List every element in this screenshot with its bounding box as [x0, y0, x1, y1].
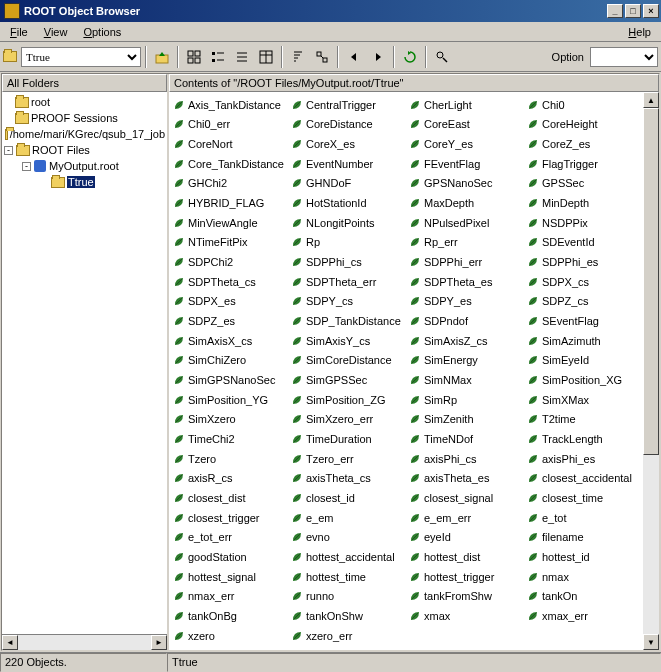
list-item[interactable]: SDPX_es	[171, 293, 289, 310]
list-item[interactable]: closest_dist	[171, 490, 289, 507]
list-item[interactable]: SDPTheta_cs	[171, 273, 289, 290]
tree-item[interactable]: root	[2, 94, 167, 110]
list-item[interactable]: SDPZ_es	[171, 312, 289, 329]
list-item[interactable]: GHNDoF	[289, 175, 407, 192]
list-item[interactable]: e_tot_err	[171, 529, 289, 546]
back-button[interactable]	[343, 46, 365, 68]
list-item[interactable]: SimAxisX_cs	[171, 332, 289, 349]
list-item[interactable]: CoreNort	[171, 135, 289, 152]
list-item[interactable]: nmax	[525, 568, 643, 585]
maximize-button[interactable]: □	[625, 4, 641, 18]
list-item[interactable]: e_em	[289, 509, 407, 526]
find-button[interactable]	[431, 46, 453, 68]
list-item[interactable]: SimXMax	[525, 391, 643, 408]
list-item[interactable]: axisPhi_es	[525, 450, 643, 467]
list-item[interactable]: eyeId	[407, 529, 525, 546]
list-item[interactable]: CentralTrigger	[289, 96, 407, 113]
view-list-button[interactable]	[231, 46, 253, 68]
list-item[interactable]: evno	[289, 529, 407, 546]
list-item[interactable]: SDPndof	[407, 312, 525, 329]
list-item[interactable]: NLongitPoints	[289, 214, 407, 231]
list-item[interactable]: NPulsedPixel	[407, 214, 525, 231]
list-item[interactable]: SimPosition_XG	[525, 371, 643, 388]
list-item[interactable]: NSDPPix	[525, 214, 643, 231]
list-item[interactable]: CoreHeight	[525, 116, 643, 133]
view-small-button[interactable]	[207, 46, 229, 68]
expand-icon[interactable]: -	[22, 162, 31, 171]
list-item[interactable]: HYBRID_FLAG	[171, 194, 289, 211]
list-item[interactable]: hottest_accidental	[289, 549, 407, 566]
list-item[interactable]: SDPY_cs	[289, 293, 407, 310]
list-item[interactable]: TrackLength	[525, 430, 643, 447]
menu-file[interactable]: File	[2, 24, 36, 40]
scroll-left-icon[interactable]: ◄	[2, 635, 18, 650]
view-details-button[interactable]	[255, 46, 277, 68]
list-item[interactable]: hottest_id	[525, 549, 643, 566]
scroll-down-icon[interactable]: ▼	[643, 634, 659, 650]
list-item[interactable]: hottest_trigger	[407, 568, 525, 585]
list-item[interactable]: Chi0	[525, 96, 643, 113]
list-item[interactable]: MinDepth	[525, 194, 643, 211]
path-selector[interactable]: Ttrue	[21, 47, 141, 67]
list-item[interactable]: SDPPhi_es	[525, 253, 643, 270]
list-item[interactable]: SDP_TankDistance	[289, 312, 407, 329]
list-item[interactable]: FlagTrigger	[525, 155, 643, 172]
list-item[interactable]: SimXzero	[171, 411, 289, 428]
list-item[interactable]: SimGPSSec	[289, 371, 407, 388]
list-item[interactable]: goodStation	[171, 549, 289, 566]
list-item[interactable]: e_tot	[525, 509, 643, 526]
list-item[interactable]: e_em_err	[407, 509, 525, 526]
list-item[interactable]: filename	[525, 529, 643, 546]
list-item[interactable]: tankOn	[525, 588, 643, 605]
scroll-up-icon[interactable]: ▲	[643, 92, 659, 108]
list-item[interactable]: SimPosition_YG	[171, 391, 289, 408]
list-item[interactable]: hottest_signal	[171, 568, 289, 585]
list-item[interactable]: SimAxisZ_cs	[407, 332, 525, 349]
close-button[interactable]: ×	[643, 4, 659, 18]
list-item[interactable]: axisPhi_cs	[407, 450, 525, 467]
list-item[interactable]: SDPPhi_err	[407, 253, 525, 270]
list-item[interactable]: SimPosition_ZG	[289, 391, 407, 408]
list-item[interactable]: SDPY_es	[407, 293, 525, 310]
list-item[interactable]: FEventFlag	[407, 155, 525, 172]
list-item[interactable]: CoreY_es	[407, 135, 525, 152]
list-item[interactable]: SimGPSNanoSec	[171, 371, 289, 388]
list-item[interactable]: CoreZ_es	[525, 135, 643, 152]
list-item[interactable]: Axis_TankDistance	[171, 96, 289, 113]
group-button[interactable]	[311, 46, 333, 68]
menu-view[interactable]: View	[36, 24, 76, 40]
list-item[interactable]: Tzero	[171, 450, 289, 467]
list-item[interactable]: SimEnergy	[407, 352, 525, 369]
list-item[interactable]: CoreX_es	[289, 135, 407, 152]
list-item[interactable]: CherLight	[407, 96, 525, 113]
list-item[interactable]: Rp	[289, 234, 407, 251]
list-item[interactable]: axisTheta_cs	[289, 470, 407, 487]
menu-options[interactable]: Options	[75, 24, 129, 40]
list-item[interactable]: MinViewAngle	[171, 214, 289, 231]
tree-item[interactable]: -ROOT Files	[2, 142, 167, 158]
list-item[interactable]: SimXzero_err	[289, 411, 407, 428]
list-item[interactable]: SimAzimuth	[525, 332, 643, 349]
tree-item[interactable]: PROOF Sessions	[2, 110, 167, 126]
list-item[interactable]: SimCoreDistance	[289, 352, 407, 369]
list-item[interactable]: SimAxisY_cs	[289, 332, 407, 349]
right-scrollbar[interactable]: ▲ ▼	[643, 92, 659, 650]
list-item[interactable]: closest_time	[525, 490, 643, 507]
list-item[interactable]: GPSSec	[525, 175, 643, 192]
list-item[interactable]: SDEventId	[525, 234, 643, 251]
list-item[interactable]: SEventFlag	[525, 312, 643, 329]
list-item[interactable]: SDPPhi_cs	[289, 253, 407, 270]
list-item[interactable]: SDPX_cs	[525, 273, 643, 290]
list-item[interactable]: hottest_time	[289, 568, 407, 585]
list-item[interactable]: Rp_err	[407, 234, 525, 251]
list-item[interactable]: SDPTheta_err	[289, 273, 407, 290]
expand-icon[interactable]: -	[4, 146, 13, 155]
list-item[interactable]: Core_TankDistance	[171, 155, 289, 172]
list-item[interactable]: TimeNDof	[407, 430, 525, 447]
list-item[interactable]: GHChi2	[171, 175, 289, 192]
tree-item[interactable]: Ttrue	[2, 174, 167, 190]
forward-button[interactable]	[367, 46, 389, 68]
list-item[interactable]: tankOnShw	[289, 608, 407, 625]
menu-help[interactable]: Help	[620, 24, 659, 40]
list-item[interactable]: xmax_err	[525, 608, 643, 625]
